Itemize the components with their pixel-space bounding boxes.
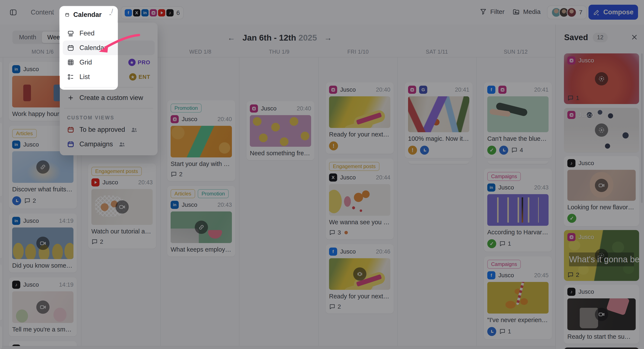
comments-indicator[interactable]: 1 [567, 94, 579, 102]
menu-item-feed[interactable]: Feed [63, 26, 154, 40]
post-caption: Can't have the blues once … [487, 135, 548, 142]
comment-count: 2 [100, 238, 103, 245]
saved-item[interactable]: Jusco [564, 348, 639, 349]
media-button[interactable]: Media [512, 8, 541, 16]
linkedin-icon: in [12, 65, 20, 73]
x-icon: X [329, 174, 337, 182]
date-range-year: 2025 [298, 33, 317, 42]
comments-indicator[interactable]: 2 [567, 272, 579, 278]
saved-scrollbar[interactable] [641, 54, 643, 203]
tiktok-icon: ♪ [567, 159, 576, 167]
linkedin-icon: in [487, 184, 496, 192]
saved-item[interactable]: Jusco [564, 108, 639, 152]
menu-item-to-be-approved[interactable]: To be approved [63, 122, 154, 137]
account-name: Jusco [578, 57, 594, 64]
post-time: 20:46 [376, 248, 390, 255]
comments-indicator[interactable]: 3 [329, 229, 341, 236]
menu-item-list[interactable]: List ★ENT [63, 70, 154, 84]
tag-engagement-posts: Engagement posts [329, 162, 380, 171]
view-switcher-label: Calendar [73, 11, 102, 18]
post-card[interactable]: ♪Jusco14:19 [9, 341, 77, 346]
plus-icon [67, 94, 74, 102]
comment-count: 1 [508, 328, 511, 335]
comment-count: 1 [508, 240, 511, 247]
post-caption: Need something fresh & t… [250, 150, 311, 157]
post-time: 14:19 [59, 218, 74, 224]
saved-item[interactable]: ♪Jusco Looking for new flavors. W… ✓ [564, 156, 639, 226]
post-card[interactable]: Campaigns inJusco20:43 According to Harv… [484, 168, 552, 252]
comments-indicator[interactable]: 2 [329, 303, 341, 310]
post-card[interactable]: fJusco20:46 Ready for your next delicio…… [326, 244, 394, 314]
comment-icon [511, 147, 518, 153]
post-card[interactable]: inJusco14:19 Did you know some comp… [9, 213, 77, 272]
video-icon [36, 237, 50, 250]
comments-indicator[interactable]: 4 [511, 147, 523, 154]
menu-item-calendar[interactable]: Calendar [63, 40, 154, 55]
breadcrumb-content[interactable]: Content [31, 8, 54, 16]
saved-caption: Ready to start the summer… [567, 333, 636, 340]
comment-icon [329, 304, 336, 310]
post-card[interactable]: Jusco20:40 Ready for your next delicio… … [326, 82, 394, 154]
comments-indicator[interactable]: 2 [24, 197, 36, 204]
compose-button[interactable]: Compose [588, 5, 638, 20]
scheduled-badge [487, 327, 496, 336]
filter-button[interactable]: Filter [480, 8, 504, 16]
comment-count: 2 [33, 197, 36, 204]
comment-icon [567, 272, 574, 278]
add-to-plan-icon[interactable] [595, 124, 608, 137]
close-icon[interactable] [631, 34, 638, 42]
view-switcher-button[interactable]: Calendar [60, 7, 117, 23]
scheduled-badge [12, 196, 21, 205]
post-card[interactable]: Campaigns fJusco20:45 "I've never experi… [484, 256, 552, 340]
menu-item-campaigns[interactable]: Campaigns [63, 137, 154, 152]
date-range[interactable]: Jan 6th - 12th 2025 [242, 33, 317, 42]
sidebar-toggle-icon[interactable] [10, 8, 17, 16]
comments-indicator[interactable]: 1 [499, 328, 511, 335]
post-card-grouped[interactable]: f20:41 Can't have the blues once … ✓ 4 [484, 82, 552, 158]
facebook-icon: f [487, 271, 496, 279]
day-header-sat: SAT 1/11 [398, 49, 476, 55]
add-to-plan-icon[interactable] [595, 72, 608, 86]
post-card[interactable]: ♪Jusco14:19 Tell me you're a smoothie l… [9, 277, 77, 336]
post-card-grouped[interactable]: G20:41 100% magic. Now it's eas… ! [405, 82, 473, 158]
post-time: 20:40 [296, 105, 311, 112]
facebook-icon: f [487, 86, 496, 94]
comment-count: 1 [576, 94, 579, 102]
post-card[interactable]: ArticlesPromotion inJusco20:43 What keep… [167, 186, 235, 256]
comment-count: 2 [179, 171, 182, 178]
comments-indicator[interactable]: 1 [499, 240, 511, 247]
saved-item[interactable]: Jusco What's it gonna be? 2 [564, 230, 639, 281]
scheduled-badge [499, 146, 508, 155]
prev-week-arrow[interactable]: ← [228, 33, 235, 42]
post-card[interactable]: Jusco20:40 Need something fresh & t… [246, 101, 314, 160]
media-icon [512, 8, 520, 16]
comments-indicator[interactable]: 2 [170, 171, 182, 178]
connected-channels-pill[interactable]: f X in ♪ 6 [121, 6, 184, 19]
post-card[interactable]: Engagement posts Jusco20:43 Watch our tu… [88, 164, 156, 248]
toggle-month[interactable]: Month [14, 32, 42, 43]
prev-column-card-peek [0, 202, 2, 258]
comment-icon [499, 240, 506, 247]
post-card[interactable]: Engagement posts XJusco20:44 We wanna se… [326, 158, 394, 240]
saved-item[interactable]: Jusco 1 [564, 54, 639, 104]
linkedin-icon: in [12, 140, 20, 149]
account-name: Jusco [182, 116, 197, 122]
next-week-arrow[interactable]: → [324, 33, 332, 42]
prev-column-card-peek [0, 123, 2, 196]
comment-count: 3 [338, 229, 341, 236]
comments-indicator[interactable]: 2 [92, 238, 103, 245]
post-image [329, 184, 390, 216]
menu-item-grid[interactable]: Grid ★PRO [63, 55, 154, 70]
horizontal-scroll-strip[interactable] [0, 346, 555, 349]
team-avatars[interactable]: 7 [547, 6, 587, 19]
linkedin-icon: in [170, 201, 179, 209]
menu-item-label: Feed [80, 30, 94, 37]
post-card[interactable]: Promotion Jusco20:40 Start your day with… [167, 100, 235, 181]
facebook-icon: f [329, 248, 337, 256]
menu-item-create-custom-view[interactable]: Create a custom view [63, 90, 154, 105]
account-name: Jusco [498, 272, 514, 279]
comment-icon [170, 171, 177, 178]
saved-item[interactable]: ♪Jusco Ready to start the summer… [564, 285, 639, 344]
post-caption: Ready for your next delicio… [329, 293, 390, 300]
day-header-sun: SUN 1/12 [476, 49, 555, 55]
